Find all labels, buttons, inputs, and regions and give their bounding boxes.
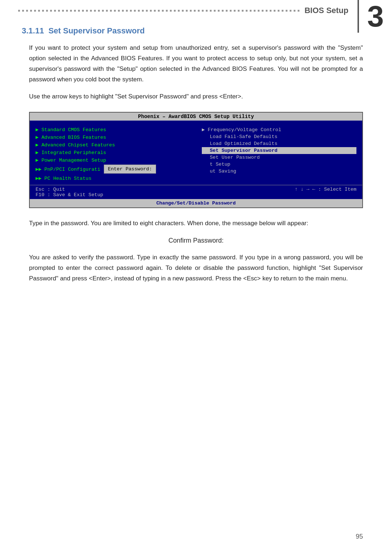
bios-item-advanced-chipset: Advanced Chipset Features (36, 141, 190, 149)
bios-item-set-supervisor: Set Supervisor Password (202, 147, 356, 154)
paragraph-4: You are asked to verify the password. Ty… (29, 252, 363, 284)
bios-item-pc-health: ▶ PC Health Status (36, 174, 190, 182)
page-number: 95 (356, 533, 363, 540)
bios-item-integrated: Integrated Peripherals (36, 149, 190, 156)
chapter-number-box: 3 (358, 0, 392, 33)
bios-item-fail-safe: Load Fail-Safe Defaults (202, 133, 356, 140)
bios-item-t-setup: t Setup (202, 161, 356, 168)
confirm-password-label: Confirm Password: (0, 237, 392, 244)
bios-item-ut-saving: ut Saving (202, 168, 356, 175)
paragraph-2: Use the arrow keys to highlight "Set Sup… (29, 92, 363, 102)
bios-item-optimized: Load Optimized Defaults (202, 140, 356, 147)
paragraph-1: If you want to protect your system and s… (29, 43, 363, 85)
bios-item-advanced-bios: Advanced BIOS Features (36, 133, 190, 141)
paragraph-3: Type in the password. You are limited to… (29, 218, 363, 229)
bios-screen-wrapper: Phoenix – AwardBIOS CMOS Setup Utility S… (29, 112, 363, 208)
dots-decoration (18, 10, 299, 12)
bios-item-freq: Frequency/Voltage Control (202, 126, 356, 133)
bios-item-power: Power Management Setup (36, 156, 190, 164)
bios-item-set-user: Set User Password (202, 154, 356, 161)
bios-hint-bar: Change/Set/Disable Password (30, 199, 362, 207)
section-heading: 3.1.11 Set Supervisor Password (0, 15, 392, 43)
bios-title-bar: Phoenix – AwardBIOS CMOS Setup Utility (30, 113, 362, 121)
bios-item-pnp: ▶ PnP/PCI Configurati Enter Password: (36, 164, 190, 174)
bios-right-column: Frequency/Voltage Control Load Fail-Safe… (196, 124, 362, 183)
bios-setup-label: BIOS Setup (305, 6, 348, 15)
enter-password-dialog: Enter Password: (104, 165, 156, 174)
bios-left-column: Standard CMOS Features Advanced BIOS Fea… (30, 124, 196, 183)
bios-item-standard: Standard CMOS Features (36, 126, 190, 133)
bios-footer: Esc : Quit F10 : Save & Exit Setup ↑ ↓ →… (30, 185, 362, 199)
